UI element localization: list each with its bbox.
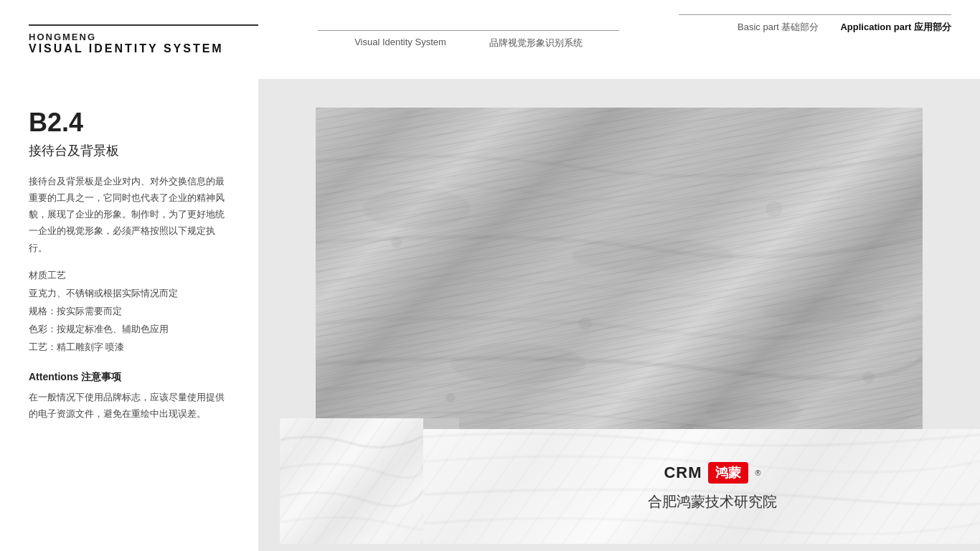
svg-point-6 (766, 201, 783, 217)
svg-point-5 (391, 237, 402, 248)
header: HONGMENG VISUAL IDENTITY SYSTEM Visual I… (0, 0, 980, 79)
nav-center-cn: 品牌视觉形象识别系统 (489, 37, 583, 50)
logo-area: HONGMENG VISUAL IDENTITY SYSTEM (29, 24, 258, 55)
hongmeng-badge: 鸿蒙 (708, 462, 748, 484)
logo-line1: HONGMENG (29, 32, 258, 42)
attentions-desc: 在一般情况下使用品牌标志，应该尽量使用提供的电子资源文件，避免在重绘中出现误差。 (29, 390, 230, 423)
spec-label: 规格：按实际需要而定 (29, 303, 230, 321)
marble-signage-texture (423, 429, 980, 544)
nav-basic[interactable]: Basic part 基础部分 (738, 21, 819, 34)
registered-mark: ® (755, 468, 761, 477)
crm-text: CRM (664, 463, 702, 482)
color-label: 色彩：按规定标准色、辅助色应用 (29, 321, 230, 339)
craft-label: 工艺：精工雕刻字 喷漆 (29, 339, 230, 357)
attentions-title: Attentions 注意事项 (29, 371, 230, 384)
section-code: B2.4 (29, 108, 230, 138)
svg-point-2 (760, 296, 882, 324)
main-content: B2.4 接待台及背景板 接待台及背景板是企业对内、对外交换信息的最重要的工具之… (0, 79, 980, 551)
materials-title: 材质工艺 (29, 267, 230, 285)
nav-application[interactable]: Application part 应用部分 (840, 21, 951, 34)
main-signage-board: CRM 鸿蒙 ® 合肥鸿蒙技术研究院 (423, 429, 980, 544)
signage-container: CRM 鸿蒙 ® 合肥鸿蒙技术研究院 (280, 400, 980, 544)
header-right-nav: Basic part 基础部分 Application part 应用部分 (679, 14, 951, 34)
header-center: Visual Identity System 品牌视觉形象识别系统 (258, 30, 679, 50)
nav-center-en: Visual Identity System (354, 37, 446, 50)
marble-texture-svg (280, 418, 423, 544)
company-name: 合肥鸿蒙技术研究院 (648, 492, 777, 512)
left-panel: B2.4 接待台及背景板 接待台及背景板是企业对内、对外交换信息的最重要的工具之… (0, 79, 258, 551)
svg-point-3 (451, 344, 585, 384)
materials-list: 材质工艺 亚克力、不锈钢或根据实际情况而定 规格：按实际需要而定 色彩：按规定标… (29, 267, 230, 357)
material-1: 亚克力、不锈钢或根据实际情况而定 (29, 285, 230, 303)
marble-panel-left (280, 418, 423, 544)
logo-line2: VISUAL IDENTITY SYSTEM (29, 42, 258, 55)
svg-point-8 (862, 372, 875, 384)
crm-logo: CRM 鸿蒙 ® (664, 462, 760, 484)
header-center-nav: Visual Identity System 品牌视觉形象识别系统 (318, 30, 619, 50)
svg-point-1 (572, 239, 734, 273)
svg-point-7 (579, 316, 593, 330)
section-title: 接待台及背景板 (29, 142, 230, 159)
svg-point-0 (363, 189, 471, 229)
right-panel: CRM 鸿蒙 ® 合肥鸿蒙技术研究院 (258, 79, 980, 551)
section-description: 接待台及背景板是企业对内、对外交换信息的最重要的工具之一，它同时也代表了企业的精… (29, 174, 230, 257)
